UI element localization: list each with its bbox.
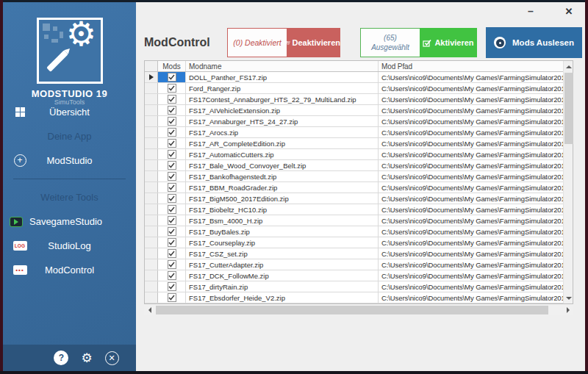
mod-path-cell: C:\Users\nico9\Documents\My Games\Farmin… bbox=[379, 127, 563, 137]
mod-checkbox-cell[interactable] bbox=[158, 149, 186, 159]
mod-checkbox-cell[interactable] bbox=[158, 248, 186, 259]
settings-gear-icon[interactable]: ⚙ bbox=[81, 352, 92, 364]
checkbox-icon[interactable] bbox=[168, 150, 176, 159]
sidebar-item-uebersicht[interactable]: Übersicht bbox=[3, 100, 136, 124]
checkbox-icon[interactable] bbox=[168, 161, 176, 170]
mod-checkbox-cell[interactable] bbox=[158, 292, 186, 303]
scroll-up-button[interactable] bbox=[564, 61, 574, 72]
sidebar-item-studiolog[interactable]: LOG StudioLog bbox=[3, 234, 136, 258]
mod-checkbox-cell[interactable] bbox=[158, 105, 186, 115]
checkbox-icon[interactable] bbox=[168, 95, 176, 104]
mod-checkbox-cell[interactable] bbox=[158, 215, 186, 226]
minimize-button[interactable]: – bbox=[523, 4, 538, 18]
scroll-left-button[interactable] bbox=[144, 304, 155, 315]
mod-path-cell: C:\Users\nico9\Documents\My Games\Farmin… bbox=[379, 215, 563, 226]
activate-button[interactable]: Aktivieren bbox=[420, 28, 477, 57]
table-row[interactable]: FS17_BuyBales.zipC:\Users\nico9\Document… bbox=[145, 226, 563, 237]
mod-name-cell: FS17_BBM_RoadGrader.zip bbox=[186, 182, 379, 193]
checkbox-icon[interactable] bbox=[168, 227, 176, 236]
checkbox-icon[interactable] bbox=[168, 183, 176, 192]
checkbox-icon[interactable] bbox=[168, 216, 176, 225]
table-row[interactable]: FS17_DCK_FollowMe.zipC:\Users\nico9\Docu… bbox=[145, 270, 563, 281]
window-border-top bbox=[0, 0, 588, 2]
mod-checkbox-cell[interactable] bbox=[158, 138, 186, 148]
app-title: MODSTUDIO 19 bbox=[3, 88, 136, 99]
checkbox-icon[interactable] bbox=[168, 106, 176, 115]
mod-path-cell: C:\Users\nico9\Documents\My Games\Farmin… bbox=[379, 83, 563, 93]
mod-checkbox-cell[interactable] bbox=[158, 116, 186, 126]
checkbox-icon[interactable] bbox=[168, 293, 176, 302]
table-row[interactable]: DOLL_Panther_FS17.zipC:\Users\nico9\Docu… bbox=[145, 72, 563, 83]
mod-name-cell: FS17_Bale_Wood_Convoyer_Belt.zip bbox=[186, 160, 379, 170]
sidebar-item-modcontrol[interactable]: ••• ModControl bbox=[3, 258, 136, 282]
table-row[interactable]: FS17_dirtyRain.zipC:\Users\nico9\Documen… bbox=[145, 281, 563, 292]
mod-checkbox-cell[interactable] bbox=[158, 160, 186, 170]
table-row[interactable]: FS17_CutterAdapter.zipC:\Users\nico9\Doc… bbox=[145, 259, 563, 270]
table-row[interactable]: FS17_AutomaticCutters.zipC:\Users\nico9\… bbox=[145, 149, 563, 160]
sidebar-item-modstudio[interactable]: + ModStudio bbox=[3, 148, 136, 173]
table-row[interactable]: FS17_AR_CompleteEdition.zipC:\Users\nico… bbox=[145, 138, 563, 149]
read-mods-button[interactable]: Mods Auslesen bbox=[486, 27, 582, 58]
table-row[interactable]: FS17_Annaburger_HTS_24_27.zipC:\Users\ni… bbox=[145, 116, 563, 127]
scroll-down-button[interactable] bbox=[564, 292, 574, 303]
table-row[interactable]: FS17_Biobeltz_HC10.zipC:\Users\nico9\Doc… bbox=[145, 204, 563, 215]
checkbox-icon[interactable] bbox=[168, 249, 176, 258]
help-icon[interactable]: ? bbox=[54, 350, 68, 365]
checkbox-icon[interactable] bbox=[168, 271, 176, 280]
mod-checkbox-cell[interactable] bbox=[158, 204, 186, 215]
mod-checkbox-cell[interactable] bbox=[158, 193, 186, 204]
selected-count: (65) bbox=[384, 33, 397, 43]
checkbox-icon[interactable] bbox=[168, 73, 176, 82]
v-scroll-thumb[interactable] bbox=[564, 73, 573, 144]
deactivate-button[interactable]: Deaktivieren bbox=[287, 28, 340, 57]
table-row[interactable]: Ford_Ranger.zipC:\Users\nico9\Documents\… bbox=[145, 83, 563, 94]
mod-checkbox-cell[interactable] bbox=[158, 83, 186, 93]
table-row[interactable]: FS17_Bale_Wood_Convoyer_Belt.zipC:\Users… bbox=[145, 160, 563, 171]
mod-checkbox-cell[interactable] bbox=[158, 72, 186, 82]
checkbox-icon[interactable] bbox=[168, 205, 176, 214]
mod-checkbox-cell[interactable] bbox=[158, 94, 186, 104]
mod-checkbox-cell[interactable] bbox=[158, 182, 186, 193]
table-row[interactable]: FS17_Ebsdorfer_Heide_V2.zipC:\Users\nico… bbox=[145, 292, 563, 303]
table-row[interactable]: FS17Contest_Annaburger_HTS_22_79_MultiLa… bbox=[145, 94, 563, 105]
mod-path-cell: C:\Users\nico9\Documents\My Games\Farmin… bbox=[379, 171, 563, 181]
column-header-modname[interactable]: Modname bbox=[186, 61, 379, 71]
checkbox-icon[interactable] bbox=[168, 84, 176, 93]
checkbox-icon[interactable] bbox=[168, 282, 176, 291]
mod-checkbox-cell[interactable] bbox=[158, 237, 186, 248]
modstudio-window: ⚙ MODSTUDIO 19 SimuTools Übersicht Deine… bbox=[0, 0, 588, 374]
table-row[interactable]: FS17_CSZ_set.zipC:\Users\nico9\Documents… bbox=[145, 248, 563, 259]
checkbox-icon[interactable] bbox=[168, 128, 176, 137]
row-indicator-cell bbox=[145, 237, 158, 248]
h-scrollbar[interactable] bbox=[144, 304, 573, 315]
checkbox-icon[interactable] bbox=[168, 194, 176, 203]
mod-checkbox-cell[interactable] bbox=[158, 171, 186, 181]
table-row[interactable]: FS17_BigM500_2017Edition.zipC:\Users\nic… bbox=[145, 193, 563, 204]
checkbox-icon[interactable] bbox=[168, 172, 176, 181]
mod-checkbox-cell[interactable] bbox=[158, 259, 186, 270]
table-row[interactable]: FS17_Bsm_4000_H.zipC:\Users\nico9\Docume… bbox=[145, 215, 563, 226]
table-row[interactable]: FS17_BBM_RoadGrader.zipC:\Users\nico9\Do… bbox=[145, 182, 563, 193]
column-header-mods[interactable]: Mods bbox=[158, 61, 186, 71]
checkbox-icon[interactable] bbox=[168, 139, 176, 148]
close-button[interactable]: ✕ bbox=[562, 4, 576, 18]
mod-checkbox-cell[interactable] bbox=[158, 127, 186, 137]
checkbox-icon[interactable] bbox=[168, 117, 176, 126]
sidebar-item-savegamestudio[interactable]: SavegameStudio bbox=[3, 209, 136, 234]
exit-icon[interactable]: ✕ bbox=[105, 351, 119, 365]
checkbox-icon[interactable] bbox=[168, 238, 176, 247]
mod-checkbox-cell[interactable] bbox=[158, 270, 186, 281]
mod-name-cell: FS17_Bsm_4000_H.zip bbox=[186, 215, 379, 226]
scroll-right-button[interactable] bbox=[562, 304, 573, 315]
table-row[interactable]: FS17_AIVehicleExtension.zipC:\Users\nico… bbox=[145, 105, 563, 116]
v-scrollbar[interactable] bbox=[563, 61, 573, 303]
column-header-modpfad[interactable]: Mod Pfad bbox=[379, 61, 563, 71]
table-row[interactable]: FS17_Bankofhagenstedt.zipC:\Users\nico9\… bbox=[145, 171, 563, 182]
sidebar: ⚙ MODSTUDIO 19 SimuTools Übersicht Deine… bbox=[3, 2, 136, 371]
h-scroll-thumb[interactable] bbox=[156, 306, 548, 314]
table-row[interactable]: FS17_Arocs.zipC:\Users\nico9\Documents\M… bbox=[145, 127, 563, 138]
checkbox-icon[interactable] bbox=[168, 260, 176, 269]
mod-checkbox-cell[interactable] bbox=[158, 281, 186, 292]
table-row[interactable]: FS17_Courseplay.zipC:\Users\nico9\Docume… bbox=[145, 237, 563, 248]
mod-checkbox-cell[interactable] bbox=[158, 226, 186, 237]
